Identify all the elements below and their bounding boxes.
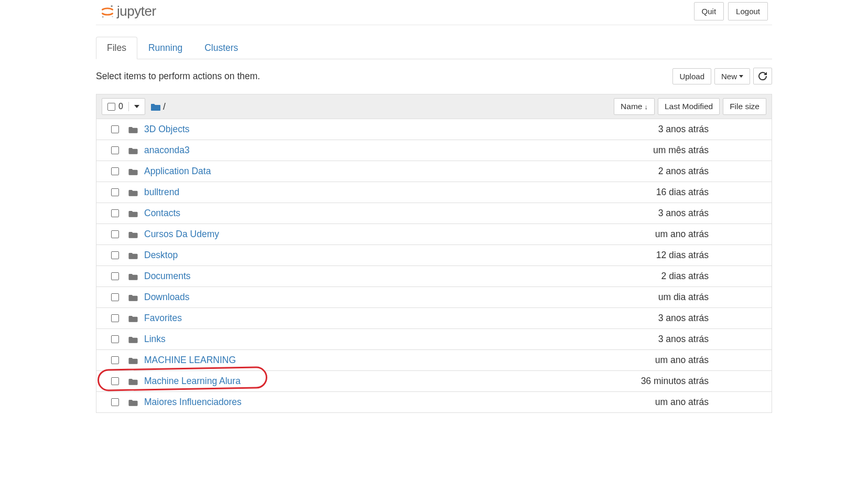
row-checkbox[interactable] — [111, 293, 119, 301]
last-modified: um dia atrás — [607, 292, 712, 303]
select-all-checkbox-seg[interactable]: 0 — [102, 99, 128, 114]
breadcrumb-root[interactable]: / — [163, 101, 166, 112]
row-checkbox[interactable] — [111, 335, 119, 343]
row-checkbox[interactable] — [111, 314, 119, 322]
file-row: bulltrend16 dias atrás — [96, 182, 772, 203]
caret-down-icon — [739, 75, 743, 78]
row-checkbox[interactable] — [111, 356, 119, 364]
file-row: Maiores Influenciadoresum ano atrás — [96, 392, 772, 413]
select-all-checkbox[interactable] — [107, 103, 115, 111]
row-checkbox[interactable] — [111, 272, 119, 280]
breadcrumb: / — [150, 101, 166, 112]
folder-icon — [128, 168, 138, 175]
file-link[interactable]: Contacts — [144, 208, 601, 219]
folder-icon — [128, 399, 138, 406]
tab-files[interactable]: Files — [96, 37, 137, 59]
jupyter-logo[interactable]: jupyter — [96, 3, 156, 19]
sort-name-button[interactable]: Name ↓ — [614, 98, 655, 115]
file-row: Application Data2 anos atrás — [96, 161, 772, 182]
list-header: 0 / Name ↓ Last Modified File size — [96, 94, 772, 119]
refresh-icon — [758, 72, 767, 80]
folder-icon — [128, 126, 138, 133]
sort-last-modified-button[interactable]: Last Modified — [658, 98, 720, 115]
svg-point-1 — [102, 16, 104, 17]
file-list: 3D Objects3 anos atrásanaconda3um mês at… — [96, 119, 772, 413]
jupyter-logo-text: jupyter — [117, 3, 156, 19]
tab-running[interactable]: Running — [137, 37, 193, 59]
select-all-dropdown[interactable] — [128, 102, 145, 111]
last-modified: 2 anos atrás — [607, 166, 712, 177]
file-row: Desktop12 dias atrás — [96, 245, 772, 266]
last-modified: 3 anos atrás — [607, 334, 712, 345]
row-checkbox[interactable] — [111, 209, 119, 217]
folder-icon — [128, 252, 138, 259]
sort-file-size-button[interactable]: File size — [723, 98, 766, 115]
folder-icon — [128, 378, 138, 385]
file-link[interactable]: Cursos Da Udemy — [144, 229, 601, 240]
file-row: MACHINE LEARNINGum ano atrás — [96, 350, 772, 371]
last-modified: 12 dias atrás — [607, 250, 712, 261]
file-link[interactable]: Application Data — [144, 166, 601, 177]
file-link[interactable]: 3D Objects — [144, 124, 601, 135]
file-row: Contacts3 anos atrás — [96, 203, 772, 224]
folder-icon — [128, 273, 138, 280]
last-modified: 3 anos atrás — [607, 208, 712, 219]
caret-down-icon — [134, 105, 139, 108]
row-checkbox[interactable] — [111, 188, 119, 196]
file-row: 3D Objects3 anos atrás — [96, 119, 772, 140]
folder-icon — [128, 315, 138, 322]
file-row: Favorites3 anos atrás — [96, 308, 772, 329]
file-link[interactable]: Documents — [144, 271, 601, 282]
last-modified: um ano atrás — [607, 397, 712, 408]
file-row: Machine Learning Alura36 minutos atrás — [96, 371, 772, 392]
new-dropdown-button[interactable]: New — [714, 68, 750, 84]
file-link[interactable]: Links — [144, 334, 601, 345]
svg-point-0 — [111, 5, 113, 7]
action-hint: Select items to perform actions on them. — [96, 71, 260, 82]
logout-button[interactable]: Logout — [728, 2, 768, 20]
file-link[interactable]: MACHINE LEARNING — [144, 355, 601, 366]
file-row: anaconda3um mês atrás — [96, 140, 772, 161]
folder-icon — [128, 294, 138, 301]
file-link[interactable]: Maiores Influenciadores — [144, 397, 601, 408]
row-checkbox[interactable] — [111, 125, 119, 133]
row-checkbox[interactable] — [111, 230, 119, 238]
folder-icon — [128, 147, 138, 154]
last-modified: 3 anos atrás — [607, 313, 712, 324]
file-link[interactable]: Favorites — [144, 313, 601, 324]
folder-icon[interactable] — [150, 103, 160, 110]
file-link[interactable]: bulltrend — [144, 187, 601, 198]
last-modified: 36 minutos atrás — [607, 376, 712, 387]
folder-icon — [128, 231, 138, 238]
tab-clusters[interactable]: Clusters — [193, 37, 249, 59]
folder-icon — [128, 336, 138, 343]
row-checkbox[interactable] — [111, 146, 119, 154]
refresh-button[interactable] — [753, 68, 772, 84]
selected-count: 0 — [118, 102, 123, 111]
last-modified: um ano atrás — [607, 355, 712, 366]
last-modified: 2 dias atrás — [607, 271, 712, 282]
select-all-group: 0 — [102, 98, 145, 115]
row-checkbox[interactable] — [111, 398, 119, 406]
file-link[interactable]: Desktop — [144, 250, 601, 261]
file-link[interactable]: Downloads — [144, 292, 601, 303]
jupyter-logo-icon — [100, 4, 115, 19]
row-checkbox[interactable] — [111, 167, 119, 175]
file-row: Cursos Da Udemyum ano atrás — [96, 224, 772, 245]
upload-button[interactable]: Upload — [672, 68, 711, 84]
svg-point-2 — [112, 16, 113, 17]
toolbar: Select items to perform actions on them.… — [96, 59, 772, 94]
row-checkbox[interactable] — [111, 377, 119, 385]
file-row: Downloadsum dia atrás — [96, 287, 772, 308]
file-row: Links3 anos atrás — [96, 329, 772, 350]
folder-icon — [128, 189, 138, 196]
header: jupyter Quit Logout — [96, 0, 772, 25]
sort-name-label: Name — [621, 102, 642, 111]
file-link[interactable]: anaconda3 — [144, 145, 601, 156]
file-link[interactable]: Machine Learning Alura — [144, 376, 601, 387]
tabs: Files Running Clusters — [96, 37, 772, 59]
folder-icon — [128, 357, 138, 364]
file-row: Documents2 dias atrás — [96, 266, 772, 287]
quit-button[interactable]: Quit — [694, 2, 724, 20]
row-checkbox[interactable] — [111, 251, 119, 259]
